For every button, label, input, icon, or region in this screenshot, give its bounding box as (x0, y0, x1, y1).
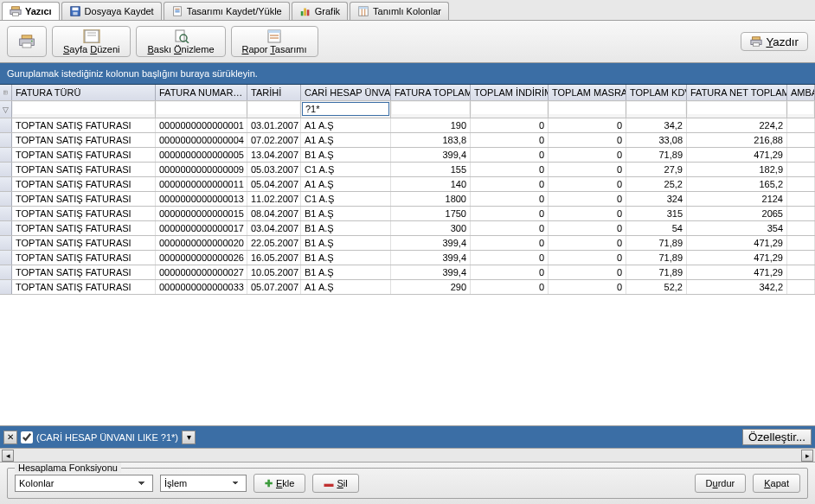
filter-input-tot[interactable] (392, 102, 469, 114)
filter-input-kdv[interactable] (627, 102, 685, 114)
cell-net: 471,29 (687, 265, 787, 279)
filter-close-button[interactable]: ✕ (3, 431, 17, 444)
table-row[interactable]: TOPTAN SATIŞ FATURASI000000000000000407.… (0, 133, 815, 148)
report-design-button[interactable]: Rapor Tasarımı (231, 26, 318, 57)
svg-rect-10 (301, 11, 304, 16)
filter-input-mas[interactable] (549, 102, 625, 114)
table-row[interactable]: TOPTAN SATIŞ FATURASI000000000000001311.… (0, 192, 815, 207)
row-handle[interactable] (0, 133, 12, 147)
cell-tot: 155 (391, 163, 471, 176)
filter-input-cari[interactable] (302, 102, 389, 116)
svg-rect-0 (12, 7, 20, 10)
filter-input-type[interactable] (13, 102, 154, 114)
group-by-bar[interactable]: Guruplamak istediğiniz kolonun başlığını… (0, 63, 815, 85)
cell-type: TOPTAN SATIŞ FATURASI (12, 221, 156, 235)
filter-handle[interactable]: ▽ (0, 101, 12, 118)
cell-cari: A1 A.Ş (301, 177, 391, 191)
cell-mas: 0 (549, 251, 626, 265)
col-header-tarihi[interactable]: TARİHİ (247, 85, 301, 100)
table-row[interactable]: TOPTAN SATIŞ FATURASI000000000000002616.… (0, 251, 815, 265)
filter-enable-checkbox[interactable] (21, 431, 33, 443)
col-header-toplam-indirim[interactable]: TOPLAM İNDİRİM (471, 85, 549, 100)
cell-ind: 0 (471, 133, 549, 147)
row-handle[interactable] (0, 148, 12, 162)
button-label: Durdur (706, 478, 735, 488)
cell-tot: 190 (391, 118, 471, 132)
col-header-fatura-turu[interactable]: FATURA TÜRÜ (12, 85, 156, 100)
table-row[interactable]: TOPTAN SATIŞ FATURASI000000000000000103.… (0, 118, 815, 133)
cell-tot: 290 (391, 280, 471, 294)
page-layout-icon (83, 29, 100, 43)
col-header-amba[interactable]: AMBA (787, 85, 815, 100)
cell-tot: 399,4 (391, 148, 471, 162)
row-handle[interactable] (0, 192, 12, 206)
col-header-cari-hesap[interactable]: CARİ HESAP ÜNVANI (301, 85, 391, 100)
tab-tasarim-kaydet[interactable]: Tasarımı Kaydet/Yükle (164, 2, 290, 20)
horizontal-scrollbar[interactable]: ◂ ▸ (0, 448, 815, 462)
table-row[interactable]: TOPTAN SATIŞ FATURASI000000000000001703.… (0, 221, 815, 236)
filter-input-date[interactable] (248, 102, 299, 114)
row-handle[interactable] (0, 236, 12, 250)
stop-button[interactable]: Durdur (695, 474, 747, 493)
fieldset-legend: Hesaplama Fonksiyonu (15, 463, 121, 473)
col-header-fatura-numar[interactable]: FATURA NUMAR… (156, 85, 247, 100)
cell-tot: 183,8 (391, 133, 471, 147)
col-header-toplam-masraf[interactable]: TOPLAM MASRAF (549, 85, 626, 100)
scroll-right-button[interactable]: ▸ (801, 450, 813, 462)
table-row[interactable]: TOPTAN SATIŞ FATURASI000000000000000513.… (0, 148, 815, 163)
tab-tanimli-kolonlar[interactable]: Tanımlı Kolonlar (350, 2, 449, 20)
delete-button[interactable]: ▬ Sil (312, 474, 358, 493)
row-handle[interactable] (0, 177, 12, 191)
columns-select[interactable]: Kolonlar (15, 475, 153, 492)
tab-yazici[interactable]: Yazıcı (2, 2, 60, 20)
printer-button[interactable] (7, 26, 47, 57)
preview-icon (172, 29, 189, 43)
table-row[interactable]: TOPTAN SATIŞ FATURASI000000000000003305.… (0, 280, 815, 295)
table-row[interactable]: TOPTAN SATIŞ FATURASI000000000000002710.… (0, 265, 815, 280)
cell-mas: 0 (549, 133, 626, 147)
scroll-left-button[interactable]: ◂ (2, 450, 14, 462)
table-row[interactable]: TOPTAN SATIŞ FATURASI000000000000000905.… (0, 163, 815, 177)
row-handle[interactable] (0, 265, 12, 279)
row-handle[interactable] (0, 251, 12, 265)
row-handle[interactable] (0, 207, 12, 220)
col-header-toplam-kdv[interactable]: TOPLAM KDV (626, 85, 687, 100)
filter-input-num[interactable] (157, 102, 246, 114)
add-button[interactable]: ✚ Ekle (253, 474, 305, 493)
cell-net: 216,88 (687, 133, 787, 147)
col-header-fatura-net[interactable]: FATURA NET TOPLAMI (687, 85, 787, 100)
filter-customize-button[interactable]: Özelleştir... (742, 429, 812, 445)
table-row[interactable]: TOPTAN SATIŞ FATURASI000000000000001105.… (0, 177, 815, 192)
tab-grafik[interactable]: Grafik (292, 2, 348, 20)
filter-input-amb[interactable] (788, 102, 813, 114)
row-handle[interactable] (0, 221, 12, 235)
filter-input-net[interactable] (688, 102, 786, 114)
filter-input-ind[interactable] (472, 102, 547, 114)
print-preview-button[interactable]: Baskı Önizleme (136, 26, 225, 57)
cell-num: 0000000000000026 (156, 251, 247, 265)
cell-date: 03.04.2007 (247, 221, 301, 235)
row-handle[interactable] (0, 118, 12, 132)
row-handle[interactable] (0, 280, 12, 294)
cell-num: 0000000000000004 (156, 133, 247, 147)
row-selector-header[interactable] (0, 85, 12, 100)
close-button[interactable]: Kapat (753, 474, 800, 493)
col-header-fatura-toplami[interactable]: FATURA TOPLAMI (391, 85, 471, 100)
filter-dropdown-button[interactable]: ▾ (182, 431, 196, 444)
cell-type: TOPTAN SATIŞ FATURASI (12, 192, 156, 206)
cell-cari: A1 A.Ş (301, 118, 391, 132)
cell-date: 11.02.2007 (247, 192, 301, 206)
svg-line-27 (186, 41, 189, 43)
page-layout-button[interactable]: Sayfa Düzeni (52, 26, 131, 57)
cell-kdv: 71,89 (626, 265, 687, 279)
cell-kdv: 315 (626, 207, 687, 220)
table-row[interactable]: TOPTAN SATIŞ FATURASI000000000000002022.… (0, 236, 815, 251)
tab-label: Dosyaya Kaydet (85, 6, 154, 16)
cell-tot: 399,4 (391, 236, 471, 250)
table-row[interactable]: TOPTAN SATIŞ FATURASI000000000000001508.… (0, 207, 815, 221)
print-action-button[interactable]: Yazdır (741, 32, 808, 51)
tab-dosyaya-kaydet[interactable]: Dosyaya Kaydet (61, 2, 162, 20)
operation-select[interactable]: İşlem (160, 475, 247, 492)
cell-date: 05.07.2007 (247, 280, 301, 294)
row-handle[interactable] (0, 163, 12, 176)
